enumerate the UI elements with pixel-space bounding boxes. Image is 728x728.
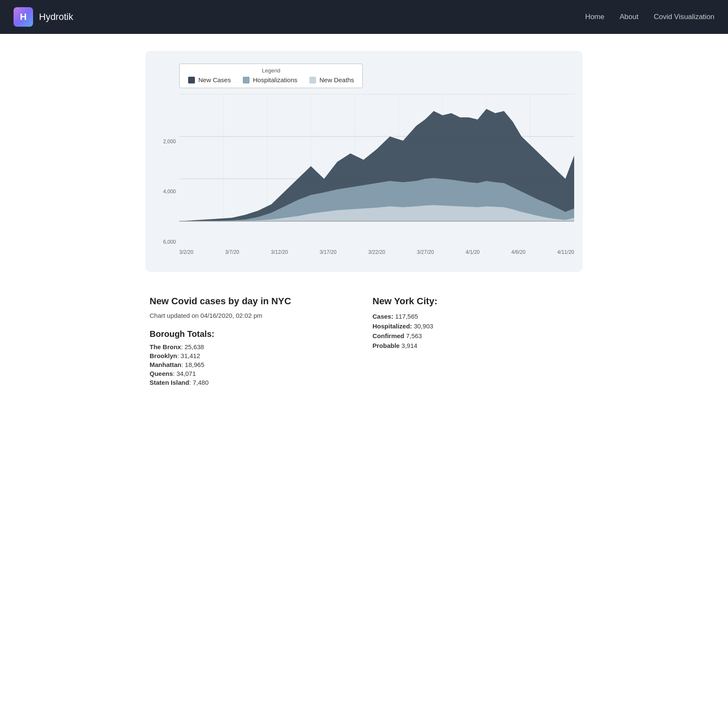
x-label-3: 3/17/20 [320, 249, 336, 255]
legend-items: New Cases Hospitalizations New Deaths [188, 76, 354, 83]
chart-wrapper: 6,000 4,000 2,000 [154, 94, 574, 264]
nyc-stat-confirmed: Confirmed 7,563 [372, 332, 578, 339]
borough-bronx-name: The Bronx [150, 343, 181, 350]
x-label-0: 3/2/20 [179, 249, 193, 255]
borough-si-name: Staten Island [150, 379, 189, 386]
legend-deaths-label: New Deaths [320, 76, 354, 83]
info-left: New Covid cases by day in NYC Chart upda… [150, 296, 356, 388]
borough-si-value: 7,480 [193, 379, 209, 386]
x-label-5: 3/27/20 [417, 249, 434, 255]
nyc-hosp-value: 30,903 [414, 322, 433, 330]
logo-icon: H [14, 7, 33, 27]
nyc-probable-value: 3,914 [401, 342, 417, 349]
swatch-deaths [309, 77, 316, 83]
chart-svg [179, 94, 574, 247]
legend-new-deaths: New Deaths [309, 76, 354, 83]
main-content: Legend New Cases Hospitalizations New De… [135, 34, 593, 413]
legend-hospitalizations: Hospitalizations [243, 76, 297, 83]
swatch-cases [188, 77, 195, 83]
borough-manhattan-name: Manhattan [150, 361, 181, 368]
x-label-8: 4/11/20 [557, 249, 574, 255]
borough-list: The Bronx: 25,638 Brooklyn: 31,412 Manha… [150, 343, 356, 386]
x-label-2: 3/12/20 [271, 249, 288, 255]
nav-covid[interactable]: Covid Visualization [654, 13, 714, 21]
borough-bronx-value: 25,638 [185, 343, 204, 350]
y-label-6000: 6,000 [154, 239, 179, 245]
borough-queens-value: 34,071 [176, 370, 196, 377]
borough-brooklyn-value: 31,412 [181, 352, 200, 359]
nav-home[interactable]: Home [585, 13, 604, 21]
nav-about[interactable]: About [620, 13, 638, 21]
logo-area: H Hydrotik [14, 7, 585, 27]
nyc-cases-label: Cases: [372, 313, 393, 320]
logo-text: Hydrotik [39, 11, 73, 22]
borough-queens-name: Queens [150, 370, 173, 377]
borough-brooklyn: Brooklyn: 31,412 [150, 352, 356, 359]
legend-new-cases: New Cases [188, 76, 231, 83]
navbar: H Hydrotik Home About Covid Visualizatio… [0, 0, 728, 34]
borough-staten-island: Staten Island: 7,480 [150, 379, 356, 386]
nyc-stat-cases: Cases: 117,565 [372, 313, 578, 320]
nyc-title: New York City: [372, 296, 578, 307]
legend-hosp-label: Hospitalizations [253, 76, 297, 83]
borough-brooklyn-name: Brooklyn [150, 352, 177, 359]
nyc-confirmed-value: 7,563 [406, 332, 422, 339]
nyc-probable-label: Probable [372, 342, 400, 349]
info-section: New Covid cases by day in NYC Chart upda… [145, 296, 583, 388]
legend-cases-label: New Cases [198, 76, 231, 83]
nyc-confirmed-label: Confirmed [372, 332, 404, 339]
chart-area [179, 94, 574, 247]
x-label-6: 4/1/20 [466, 249, 480, 255]
legend-box: Legend New Cases Hospitalizations New De… [179, 64, 363, 88]
nyc-cases-value: 117,565 [395, 313, 418, 320]
nyc-stat-probable: Probable 3,914 [372, 342, 578, 349]
info-right: New York City: Cases: 117,565 Hospitaliz… [372, 296, 578, 388]
borough-queens: Queens: 34,071 [150, 370, 356, 377]
borough-manhattan-value: 18,965 [185, 361, 204, 368]
nyc-hosp-label: Hospitalized: [372, 322, 412, 330]
chart-card: Legend New Cases Hospitalizations New De… [145, 51, 583, 272]
y-label-2000: 2,000 [154, 139, 179, 144]
x-label-7: 4/6/20 [511, 249, 525, 255]
x-label-1: 3/7/20 [225, 249, 239, 255]
x-label-4: 3/22/20 [368, 249, 385, 255]
chart-title: New Covid cases by day in NYC [150, 296, 356, 307]
borough-title: Borough Totals: [150, 329, 356, 339]
y-axis: 6,000 4,000 2,000 [154, 94, 179, 247]
y-label-4000: 4,000 [154, 189, 179, 195]
swatch-hosp [243, 77, 250, 83]
nyc-stat-hosp: Hospitalized: 30,903 [372, 322, 578, 330]
legend-title: Legend [188, 67, 354, 74]
borough-manhattan: Manhattan: 18,965 [150, 361, 356, 368]
borough-bronx: The Bronx: 25,638 [150, 343, 356, 350]
update-text: Chart updated on 04/16/2020, 02:02 pm [150, 312, 356, 319]
nav-links: Home About Covid Visualization [585, 13, 714, 21]
x-axis: 3/2/20 3/7/20 3/12/20 3/17/20 3/22/20 3/… [179, 247, 574, 264]
